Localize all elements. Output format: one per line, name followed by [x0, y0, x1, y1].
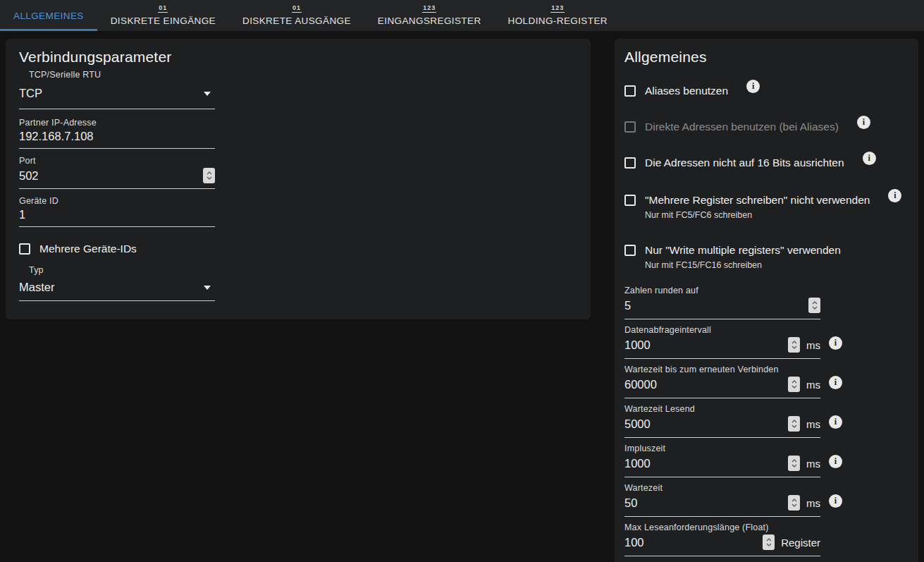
panel-title: Allgemeines [624, 49, 918, 66]
direct-addresses-row: Direkte Adressen benutzen (bei Aliases) … [624, 120, 918, 133]
numeric-register-icon: 123 [550, 5, 565, 13]
info-icon[interactable]: i [857, 116, 870, 129]
read-wait-field: Wartezeit Lesend ms i [624, 404, 918, 438]
protocol-select[interactable]: TCP [19, 80, 215, 109]
no-16bit-align-row: Die Adressen nicht auf 16 Bits ausrichte… [624, 156, 918, 169]
unit-suffix: ms [806, 418, 820, 430]
only-write-multiple-group: Nur "Write multiple registers" verwenden… [624, 244, 918, 270]
port-stepper[interactable] [203, 168, 215, 183]
max-read-length-label: Max Leseanforderungslänge (Float) [624, 523, 918, 532]
poll-interval-input[interactable] [624, 338, 782, 352]
device-id-label: Geräte ID [19, 196, 591, 206]
use-aliases-row: Aliases benutzen i [624, 84, 918, 97]
direct-addresses-checkbox [624, 121, 636, 133]
ip-label: Partner IP-Adresse [19, 118, 591, 128]
multiple-device-ids-row: Mehrere Geräte-IDs [19, 243, 591, 255]
tab-diskrete-ausgaenge[interactable]: 01 DISKRETE AUSGÄNGE [229, 0, 364, 31]
tab-diskrete-eingaenge[interactable]: 01 DISKRETE EINGÄNGE [97, 0, 229, 31]
tab-bar: ALLGEMEINES 01 DISKRETE EINGÄNGE 01 DISK… [0, 0, 924, 31]
info-icon[interactable]: i [829, 336, 842, 350]
only-write-multiple-checkbox[interactable] [624, 245, 636, 256]
reconnect-wait-field: Wartezeit bis zum erneuten Verbinden ms … [624, 365, 918, 398]
impulse-time-label: Impluszeit [624, 444, 918, 453]
read-wait-stepper[interactable] [788, 416, 800, 432]
poll-interval-field: Datenabfrageintervall ms i [624, 325, 918, 359]
no-write-multiple-label: "Mehrere Register schreiben" nicht verwe… [645, 194, 870, 207]
unit-suffix: ms [806, 339, 820, 351]
only-write-multiple-label: Nur "Write multiple registers" verwenden [645, 244, 841, 257]
multiple-device-ids-label: Mehrere Geräte-IDs [39, 243, 137, 255]
wait-time-field: Wartezeit ms i [624, 483, 918, 517]
wait-time-label: Wartezeit [624, 483, 918, 493]
read-wait-input[interactable] [624, 417, 782, 431]
stepper-chevrons-icon [206, 171, 213, 181]
device-id-input[interactable] [19, 208, 215, 221]
reconnect-wait-label: Wartezeit bis zum erneuten Verbinden [624, 365, 918, 374]
no-16bit-align-label: Die Adressen nicht auf 16 Bits ausrichte… [645, 157, 844, 169]
port-label: Port [19, 156, 591, 166]
tab-label: EINGANGSREGISTER [378, 16, 481, 26]
wait-time-input[interactable] [624, 496, 782, 510]
no-write-multiple-group: "Mehrere Register schreiben" nicht verwe… [624, 193, 918, 220]
type-select[interactable]: Master [19, 275, 215, 301]
impulse-time-input[interactable] [624, 457, 782, 470]
unit-suffix: Register [781, 537, 820, 549]
impulse-time-field: Impluszeit ms i [624, 444, 918, 477]
binary-io-icon: 01 [292, 5, 302, 13]
use-aliases-label: Aliases benutzen [645, 85, 728, 97]
tab-label: HOLDING-REGISTER [508, 16, 608, 26]
round-numbers-stepper[interactable] [808, 298, 820, 313]
poll-interval-stepper[interactable] [788, 337, 800, 353]
info-icon[interactable]: i [863, 152, 876, 165]
binary-io-icon: 01 [158, 5, 168, 13]
info-icon[interactable]: i [888, 189, 901, 202]
use-aliases-checkbox[interactable] [624, 85, 636, 97]
stepper-chevrons-icon [791, 498, 798, 508]
info-icon[interactable]: i [829, 415, 842, 429]
unit-suffix: ms [806, 497, 820, 509]
poll-interval-label: Datenabfrageintervall [624, 325, 918, 335]
ip-input[interactable] [19, 130, 215, 143]
stepper-chevrons-icon [791, 419, 798, 429]
impulse-time-stepper[interactable] [788, 456, 800, 471]
protocol-label: TCP/Serielle RTU [29, 70, 591, 80]
stepper-chevrons-icon [811, 300, 818, 310]
wait-time-stepper[interactable] [788, 495, 800, 511]
tab-label: DISKRETE AUSGÄNGE [242, 16, 351, 26]
only-write-multiple-sublabel: Nur mit FC15/FC16 schreiben [645, 260, 918, 270]
no-write-multiple-checkbox[interactable] [624, 195, 636, 206]
stepper-chevrons-icon [791, 379, 798, 389]
unit-suffix: ms [806, 458, 820, 470]
tab-allgemeines[interactable]: ALLGEMEINES [0, 0, 97, 31]
tab-label: DISKRETE EINGÄNGE [111, 16, 216, 26]
info-icon[interactable]: i [829, 494, 842, 508]
info-icon[interactable]: i [746, 80, 760, 93]
no-16bit-align-checkbox[interactable] [624, 157, 636, 169]
info-icon[interactable]: i [829, 455, 842, 468]
unit-suffix: ms [806, 379, 820, 391]
port-input[interactable] [19, 169, 197, 183]
stepper-chevrons-icon [791, 458, 798, 468]
tab-eingangsregister[interactable]: 123 EINGANGSREGISTER [364, 0, 495, 31]
round-numbers-field: Zahlen runden auf [624, 286, 918, 319]
chevron-down-icon [204, 92, 211, 96]
max-read-length-input[interactable] [624, 536, 757, 549]
reconnect-wait-input[interactable] [624, 378, 782, 391]
app-window: ALLGEMEINES 01 DISKRETE EINGÄNGE 01 DISK… [0, 0, 924, 562]
tab-holding-register[interactable]: 123 HOLDING-REGISTER [495, 0, 621, 31]
type-label: Typ [29, 265, 591, 275]
info-icon[interactable]: i [829, 376, 842, 389]
round-numbers-label: Zahlen runden auf [624, 286, 918, 295]
no-write-multiple-sublabel: Nur mit FC5/FC6 schreiben [645, 210, 918, 220]
tab-label: ALLGEMEINES [13, 11, 84, 21]
reconnect-wait-stepper[interactable] [788, 377, 800, 392]
stepper-chevrons-icon [765, 537, 772, 547]
stepper-chevrons-icon [791, 340, 798, 350]
multiple-device-ids-checkbox[interactable] [19, 243, 30, 255]
round-numbers-input[interactable] [624, 299, 803, 312]
numeric-register-icon: 123 [422, 5, 436, 13]
connection-parameters-panel: Verbindungsparameter TCP/Serielle RTU TC… [6, 39, 591, 319]
panel-title: Verbindungsparameter [19, 49, 591, 66]
max-read-length-stepper[interactable] [763, 534, 775, 550]
general-settings-panel: Allgemeines Aliases benutzen i Direkte A… [615, 39, 918, 562]
